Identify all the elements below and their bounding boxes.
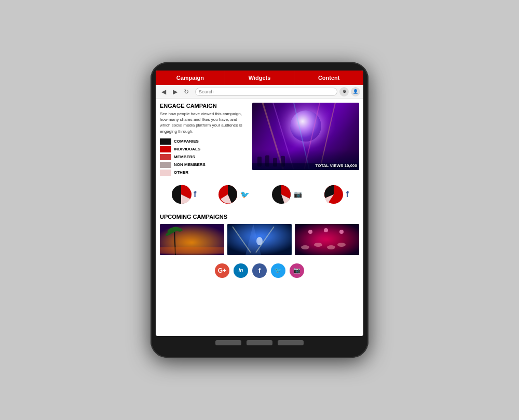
legend-color-other (160, 170, 171, 176)
thumb3-svg (295, 224, 359, 255)
event-image: TOTAL VIEWS 10,000 (252, 103, 359, 170)
tablet-screen: Campaign Widgets Content ◀ ▶ ↻ ⚙ 👤 ENGAG… (156, 71, 363, 336)
total-views-label: TOTAL VIEWS 10,000 (316, 163, 357, 168)
legend: COMPANIES INDIVIDUALS MEMBERS NON M (160, 138, 248, 176)
legend-other: OTHER (160, 170, 248, 176)
left-panel: ENGAGE CAMPAIGN See how people have view… (160, 103, 248, 177)
pie-chart-4 (323, 184, 345, 205)
facebook-icon-2: f (346, 190, 349, 199)
thumb1-svg (160, 224, 224, 255)
charts-row: f 🐦 (160, 181, 359, 207)
upcoming-title: UPCOMING CAMPAIGNS (160, 214, 359, 220)
upcoming-thumb-2 (227, 224, 292, 255)
legend-color-non-members (160, 162, 171, 168)
tablet-device: Campaign Widgets Content ◀ ▶ ↻ ⚙ 👤 ENGAG… (151, 62, 368, 358)
legend-color-companies (160, 138, 171, 145)
svg-point-31 (339, 230, 344, 234)
legend-members: MEMBERS (160, 154, 248, 160)
social-footer: G+ in f 🐦 📷 (160, 261, 359, 279)
search-input[interactable] (195, 88, 337, 96)
content-area: ENGAGE CAMPAIGN See how people have view… (156, 99, 363, 336)
tablet-button-1[interactable] (215, 340, 241, 345)
thumb2-svg (227, 224, 292, 255)
legend-label-members: MEMBERS (174, 155, 195, 159)
legend-label-individuals: INDIVIDUALS (174, 147, 200, 151)
pie-chart-3 (270, 184, 292, 205)
event-image-panel: TOTAL VIEWS 10,000 (252, 103, 359, 177)
legend-non-members: NON MEMBERS (160, 162, 248, 168)
legend-label-companies: COMPANIES (174, 139, 199, 144)
toolbar: ◀ ▶ ↻ ⚙ 👤 (156, 85, 363, 99)
tablet-button-2[interactable] (247, 340, 272, 345)
tab-widgets[interactable]: Widgets (225, 71, 295, 85)
upcoming-thumb-3 (295, 224, 359, 255)
settings-icon[interactable]: ⚙ (339, 87, 349, 96)
forward-button[interactable]: ▶ (170, 87, 180, 96)
social-linkedin[interactable]: in (234, 263, 248, 278)
twitter-icon: 🐦 (240, 190, 249, 199)
svg-point-28 (337, 243, 346, 247)
tab-content[interactable]: Content (294, 71, 363, 85)
tablet-button-3[interactable] (278, 340, 304, 345)
legend-label-non-members: NON MEMBERS (174, 162, 206, 167)
svg-point-25 (301, 245, 309, 249)
facebook-icon-1: f (194, 190, 196, 199)
svg-point-29 (308, 230, 312, 234)
chart-instagram: 📷 (270, 184, 302, 205)
pie-chart-2 (217, 184, 239, 205)
legend-color-members (160, 154, 171, 160)
legend-color-individuals (160, 146, 171, 152)
tab-campaign[interactable]: Campaign (156, 71, 225, 85)
social-instagram[interactable]: 📷 (290, 263, 304, 278)
social-facebook[interactable]: f (252, 263, 267, 278)
upcoming-section: UPCOMING CAMPAIGNS (160, 214, 359, 255)
legend-label-other: OTHER (174, 170, 188, 175)
upcoming-images-row (160, 224, 359, 255)
svg-rect-19 (160, 247, 224, 254)
refresh-button[interactable]: ↻ (182, 87, 191, 96)
svg-point-30 (324, 228, 328, 232)
chart-facebook-1: f (170, 184, 196, 205)
back-button[interactable]: ◀ (159, 87, 168, 96)
profile-icon[interactable]: 👤 (351, 87, 360, 96)
social-twitter[interactable]: 🐦 (271, 263, 285, 278)
legend-individuals: INDIVIDUALS (160, 146, 248, 152)
engage-title: ENGAGE CAMPAIGN (160, 103, 248, 109)
toolbar-icons: ⚙ 👤 (339, 87, 360, 96)
nav-bar: Campaign Widgets Content (156, 71, 363, 85)
top-section: ENGAGE CAMPAIGN See how people have view… (160, 103, 359, 177)
instagram-icon: 📷 (294, 190, 302, 198)
engage-description: See how people have viewed this campaign… (160, 111, 248, 134)
upcoming-thumb-1 (160, 224, 224, 255)
svg-point-27 (327, 245, 335, 249)
social-googleplus[interactable]: G+ (215, 263, 229, 278)
chart-twitter: 🐦 (217, 184, 249, 205)
svg-point-26 (314, 243, 322, 247)
chart-facebook-2: f (323, 184, 349, 205)
tablet-bottom-buttons (215, 340, 304, 345)
legend-companies: COMPANIES (160, 138, 248, 145)
pie-chart-1 (170, 184, 192, 205)
